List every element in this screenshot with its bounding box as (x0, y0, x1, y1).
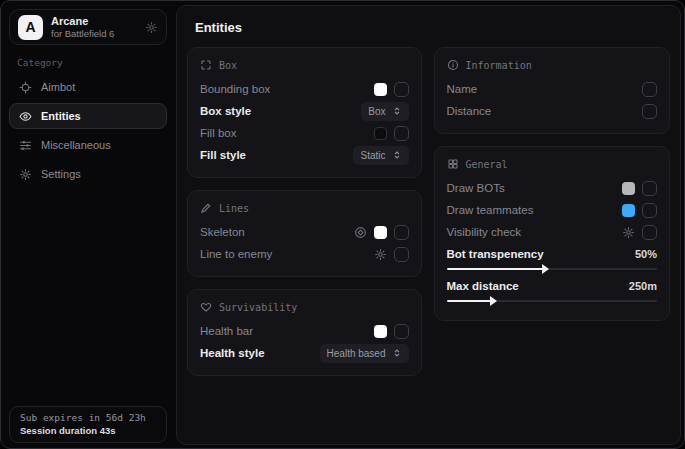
subscription-status-card: Sub expires in 56d 23h Session duration … (9, 406, 167, 443)
health-style-label: Health style (200, 347, 265, 359)
health-bar-checkbox[interactable] (394, 324, 409, 339)
fill-box-row: Fill box (200, 122, 409, 144)
sidebar-item-entities[interactable]: Entities (9, 103, 167, 129)
card-title-text: Information (466, 60, 532, 71)
visibility-check-checkbox[interactable] (642, 225, 657, 240)
bounding-box-checkbox[interactable] (394, 82, 409, 97)
app-name: Arcane (51, 15, 114, 27)
name-row: Name (447, 78, 658, 100)
sidebar-item-label: Aimbot (41, 81, 75, 93)
window-frame: A Arcane for Battlefield 6 Category Aimb… (0, 0, 685, 449)
max-distance-slider[interactable] (447, 300, 658, 302)
fill-box-label: Fill box (200, 127, 236, 139)
draw-teammates-checkbox[interactable] (642, 203, 657, 218)
survivability-card-title: Survivability (200, 299, 409, 315)
sidebar-item-label: Settings (41, 168, 81, 180)
gear-icon[interactable] (622, 226, 635, 239)
app-header-card: A Arcane for Battlefield 6 (9, 9, 167, 45)
sidebar-item-label: Miscellaneous (41, 139, 111, 151)
health-style-row: Health style Health based (200, 342, 409, 364)
session-duration-text: Session duration 43s (20, 425, 156, 436)
health-bar-row: Health bar (200, 320, 409, 342)
skeleton-row: Skeleton (200, 221, 409, 243)
draw-teammates-color-swatch[interactable] (622, 204, 635, 217)
card-title-text: Survivability (219, 302, 297, 313)
card-title-text: General (466, 159, 508, 170)
gear-icon[interactable] (145, 21, 158, 34)
panel-grid: Box Bounding box Box style (177, 46, 680, 377)
skeleton-config-icon[interactable] (354, 226, 367, 239)
max-distance-block: Max distance 250m (447, 277, 658, 302)
name-label: Name (447, 83, 478, 95)
left-column: Box Bounding box Box style (187, 47, 422, 376)
bounding-box-color-swatch[interactable] (374, 83, 387, 96)
slider-thumb[interactable] (490, 296, 497, 306)
name-checkbox[interactable] (642, 82, 657, 97)
visibility-check-row: Visibility check (447, 221, 658, 243)
category-label: Category (17, 57, 175, 68)
info-icon (447, 59, 459, 71)
general-card: General Draw BOTs Draw teammates (434, 146, 671, 321)
information-card-title: Information (447, 57, 658, 73)
box-style-select[interactable]: Box (361, 102, 408, 121)
gear-icon[interactable] (374, 248, 387, 261)
lines-card: Lines Skeleton (187, 190, 422, 277)
chevrons-up-down-icon (392, 348, 402, 358)
bot-transparency-block: Bot transpenency 50% (447, 245, 658, 270)
sidebar-item-aimbot[interactable]: Aimbot (9, 74, 167, 100)
slider-thumb[interactable] (542, 264, 549, 274)
general-card-title: General (447, 156, 658, 172)
line-to-enemy-checkbox[interactable] (394, 247, 409, 262)
max-distance-value: 250m (629, 280, 657, 292)
skeleton-label: Skeleton (200, 226, 245, 238)
survivability-card: Survivability Health bar Health style (187, 289, 422, 376)
box-style-label: Box style (200, 105, 251, 117)
skeleton-color-swatch[interactable] (374, 226, 387, 239)
sub-expires-text: Sub expires in 56d 23h (20, 412, 156, 423)
line-to-enemy-label: Line to enemy (200, 248, 272, 260)
eye-icon (19, 110, 32, 123)
health-style-select[interactable]: Health based (320, 344, 409, 363)
crosshair-icon (19, 81, 32, 94)
distance-checkbox[interactable] (642, 104, 657, 119)
skeleton-checkbox[interactable] (394, 225, 409, 240)
app-title-block: Arcane for Battlefield 6 (51, 15, 114, 40)
box-style-row: Box style Box (200, 100, 409, 122)
sidebar-item-settings[interactable]: Settings (9, 161, 167, 187)
heart-icon (200, 301, 212, 313)
draw-bots-row: Draw BOTs (447, 177, 658, 199)
chevrons-up-down-icon (392, 106, 402, 116)
bot-transparency-slider[interactable] (447, 268, 658, 270)
lines-card-title: Lines (200, 200, 409, 216)
fill-style-label: Fill style (200, 149, 246, 161)
fill-style-select[interactable]: Static (353, 146, 408, 165)
sidebar-item-miscellaneous[interactable]: Miscellaneous (9, 132, 167, 158)
health-style-value: Health based (327, 348, 386, 359)
sliders-icon (19, 139, 32, 152)
cheat-menu-window: A Arcane for Battlefield 6 Category Aimb… (0, 0, 685, 449)
line-to-enemy-row: Line to enemy (200, 243, 409, 265)
fill-style-row: Fill style Static (200, 144, 409, 166)
card-title-text: Box (219, 60, 237, 71)
sidebar-item-label: Entities (41, 110, 81, 122)
fill-style-value: Static (360, 150, 385, 161)
box-card: Box Bounding box Box style (187, 47, 422, 178)
bot-transparency-label: Bot transpenency (447, 248, 544, 260)
box-card-title: Box (200, 57, 409, 73)
fill-box-checkbox[interactable] (394, 126, 409, 141)
gear-icon (19, 168, 32, 181)
draw-bots-checkbox[interactable] (642, 181, 657, 196)
app-logo: A (18, 15, 43, 40)
draw-teammates-label: Draw teammates (447, 204, 534, 216)
fill-box-color-swatch[interactable] (374, 127, 387, 140)
main-panel: Entities Box Bounding box (176, 5, 681, 445)
information-card: Information Name Distance (434, 47, 671, 134)
right-column: Information Name Distance (434, 47, 671, 376)
visibility-check-label: Visibility check (447, 226, 522, 238)
max-distance-label: Max distance (447, 280, 519, 292)
sidebar-nav: Aimbot Entities Miscellaneous (1, 74, 175, 187)
box-style-value: Box (368, 106, 385, 117)
draw-bots-color-swatch[interactable] (622, 182, 635, 195)
card-title-text: Lines (219, 203, 249, 214)
health-bar-color-swatch[interactable] (374, 325, 387, 338)
